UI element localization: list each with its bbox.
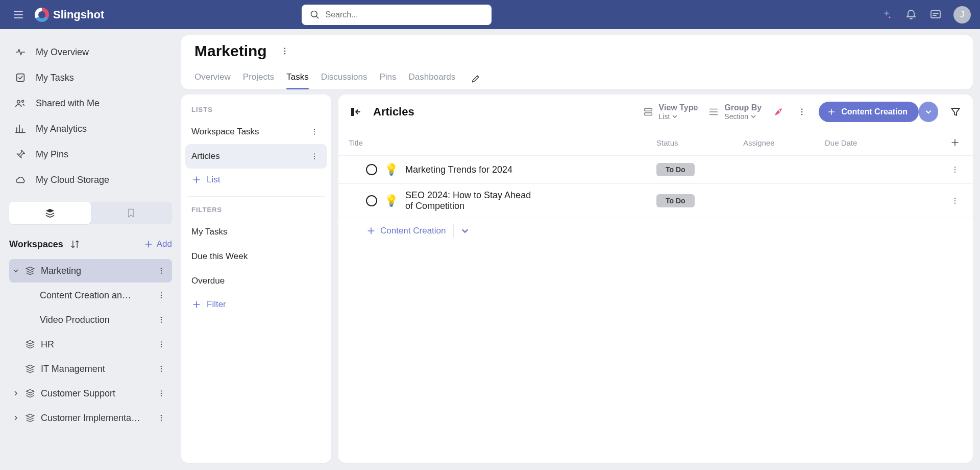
page-more-button[interactable]	[278, 44, 291, 58]
app-logo[interactable]: Slingshot	[35, 8, 104, 22]
svg-point-23	[161, 415, 162, 416]
col-assignee[interactable]: Assignee	[743, 138, 825, 147]
list-more-button[interactable]	[308, 125, 321, 138]
svg-point-7	[161, 272, 162, 273]
tab-projects[interactable]: Projects	[243, 68, 274, 89]
collapse-panel-button[interactable]	[349, 105, 363, 119]
section-dropdown-button[interactable]	[461, 227, 469, 235]
nav-my-pins[interactable]: My Pins	[9, 143, 172, 166]
workspace-label: Marketing	[41, 266, 81, 276]
svg-point-45	[954, 198, 955, 199]
add-list-button[interactable]: List	[185, 169, 327, 191]
main-panel-title: Articles	[373, 105, 414, 119]
stack-icon	[24, 339, 36, 350]
svg-point-44	[954, 172, 955, 173]
svg-point-11	[161, 317, 162, 318]
tab-pins[interactable]: Pins	[379, 68, 396, 89]
list-articles[interactable]: Articles	[185, 144, 327, 169]
edit-tabs-button[interactable]	[470, 73, 482, 85]
status-badge[interactable]: To Do	[656, 163, 695, 176]
svg-point-25	[161, 419, 162, 420]
filter-my-tasks[interactable]: My Tasks	[185, 220, 327, 244]
svg-point-30	[314, 131, 315, 132]
workspace-marketing[interactable]: Marketing	[9, 259, 172, 283]
workspaces-heading: Workspaces	[9, 239, 63, 250]
workspace-more-button[interactable]	[154, 288, 169, 303]
nav-my-cloud-storage[interactable]: My Cloud Storage	[9, 168, 172, 192]
filter-due-this-week[interactable]: Due this Week	[185, 244, 327, 269]
workspace-more-button[interactable]	[154, 361, 169, 377]
svg-point-43	[954, 169, 955, 170]
tab-discussions[interactable]: Discussions	[321, 68, 368, 89]
primary-dropdown-button[interactable]	[919, 102, 938, 122]
chat-icon[interactable]	[929, 8, 942, 21]
task-row[interactable]: 💡 SEO 2024: How to Stay Ahead of Competi…	[338, 183, 973, 218]
list-workspace-tasks[interactable]: Workspace Tasks	[185, 120, 327, 144]
plus-icon	[143, 239, 154, 249]
rocket-button[interactable]	[772, 105, 785, 119]
view-type-selector[interactable]: View Type List	[643, 103, 698, 121]
workspace-more-button[interactable]	[154, 386, 169, 401]
workspace-more-button[interactable]	[154, 263, 169, 278]
workspace-hr[interactable]: HR	[9, 333, 172, 356]
primary-action-group: Content Creation	[819, 102, 938, 122]
stack-icon	[24, 412, 36, 424]
tab-overview[interactable]: Overview	[194, 68, 231, 89]
nav-label: My Overview	[36, 47, 89, 58]
svg-point-31	[314, 134, 315, 135]
col-status[interactable]: Status	[656, 138, 743, 147]
content-creation-button[interactable]: Content Creation	[819, 102, 919, 122]
workspace-child-content-creation[interactable]: Content Creation an…	[9, 284, 172, 307]
task-more-button[interactable]	[947, 193, 963, 208]
sort-button[interactable]	[67, 237, 83, 252]
svg-point-38	[779, 110, 780, 112]
workspace-it-management[interactable]: IT Management	[9, 357, 172, 381]
workspace-child-video-production[interactable]: Video Production	[9, 308, 172, 332]
tab-dashboards[interactable]: Dashboards	[409, 68, 456, 89]
col-due-date[interactable]: Due Date	[825, 138, 932, 147]
segment-bookmarks[interactable]	[91, 202, 173, 224]
task-row[interactable]: 💡 Marketing Trends for 2024 To Do	[338, 155, 973, 183]
workspace-more-button[interactable]	[154, 410, 169, 426]
user-avatar[interactable]: J	[953, 6, 971, 24]
app-name: Slingshot	[53, 8, 104, 21]
workspace-customer-support[interactable]: Customer Support	[9, 382, 172, 405]
menu-button[interactable]	[9, 6, 28, 24]
workspace-more-button[interactable]	[154, 337, 169, 352]
nav-label: Shared with Me	[36, 98, 100, 109]
chevron-down-icon	[925, 108, 932, 115]
status-badge[interactable]: To Do	[656, 194, 695, 207]
nav-my-analytics[interactable]: My Analytics	[9, 117, 172, 140]
add-workspace-button[interactable]: Add	[143, 239, 172, 249]
task-more-button[interactable]	[947, 162, 963, 177]
notifications-icon[interactable]	[904, 8, 918, 21]
main-more-button[interactable]	[795, 105, 808, 119]
nav-my-overview[interactable]: My Overview	[9, 40, 172, 64]
list-more-button[interactable]	[308, 150, 321, 163]
svg-rect-35	[351, 108, 354, 116]
tab-tasks[interactable]: Tasks	[286, 68, 308, 89]
add-task-to-section-button[interactable]: Content Creation	[366, 226, 446, 236]
workspaces-list: Marketing Content Creation an… Video Pro…	[9, 259, 172, 430]
group-by-selector[interactable]: Group By Section	[708, 103, 762, 121]
search-input[interactable]	[325, 10, 483, 19]
nav-shared-with-me[interactable]: Shared with Me	[9, 91, 172, 115]
svg-point-39	[801, 108, 803, 110]
ai-sparkle-icon[interactable]	[880, 8, 893, 21]
add-column-button[interactable]	[947, 135, 963, 150]
filter-overdue[interactable]: Overdue	[185, 269, 327, 293]
search-box[interactable]	[302, 5, 492, 25]
filter-button[interactable]	[948, 105, 963, 119]
add-filter-button[interactable]: Filter	[185, 293, 327, 316]
segment-workspaces[interactable]	[9, 202, 91, 224]
workspaces-header: Workspaces Add	[9, 237, 172, 252]
svg-point-8	[161, 292, 162, 293]
workspace-customer-implementation[interactable]: Customer Implementa…	[9, 406, 172, 430]
workspace-more-button[interactable]	[154, 312, 169, 327]
task-complete-toggle[interactable]	[366, 164, 377, 175]
col-title[interactable]: Title	[349, 138, 656, 147]
plus-icon	[191, 299, 202, 310]
task-complete-toggle[interactable]	[366, 195, 377, 206]
nav-my-tasks[interactable]: My Tasks	[9, 66, 172, 89]
caret-right-icon	[12, 391, 19, 396]
